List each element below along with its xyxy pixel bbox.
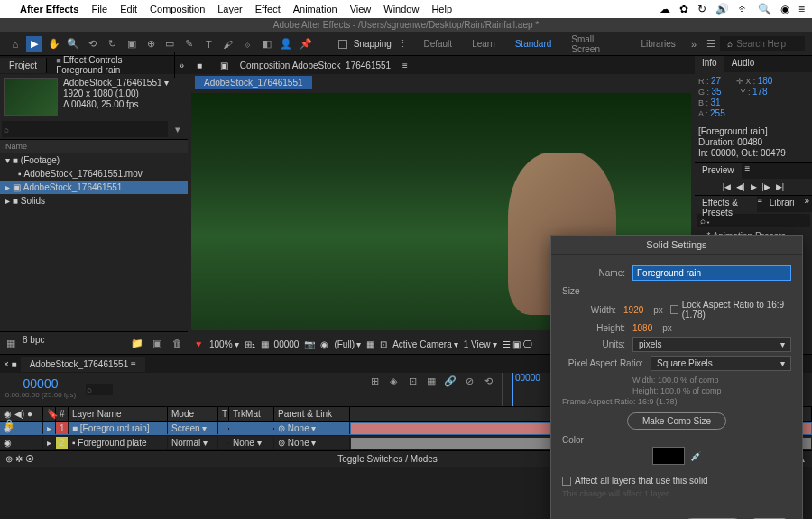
libraries-tab[interactable]: Librari [762,196,802,212]
grid-icon[interactable]: ▦ [261,339,269,349]
spotlight-icon[interactable]: 🔍 [758,3,771,15]
pen-tool[interactable]: ✎ [181,36,197,52]
snapshot-icon[interactable]: 📷 [304,339,315,349]
time-display[interactable]: 00000 [274,339,300,349]
search-help[interactable]: ⌕ Search Help [720,36,805,51]
settings-icon[interactable]: ✿ [679,3,688,15]
sync-icon[interactable]: ↻ [697,3,706,15]
eraser-tool[interactable]: ◧ [259,36,274,52]
type-tool[interactable]: T [201,36,217,52]
units-dropdown[interactable]: pixels▾ [632,337,791,352]
effects-tab[interactable]: Effects & Presets [695,196,757,212]
preview-tab[interactable]: Preview [695,163,742,179]
camera-dropdown[interactable]: Active Camera ▾ [392,339,458,349]
timeline-search[interactable] [86,384,113,395]
menu-help[interactable]: Help [431,4,452,14]
width-value[interactable]: 1920 [623,305,643,315]
tl-icon[interactable]: ⊡ [404,373,420,389]
project-item[interactable]: AdobeStock_176461551 ▾ 1920 x 1080 (1.00… [0,74,188,119]
ws-standard[interactable]: Standard [506,36,561,51]
brush-tool[interactable]: 🖌 [220,36,235,52]
tree-solids[interactable]: ▸ ■ Solids [0,194,188,208]
pan-behind-tool[interactable]: ⊕ [143,36,158,52]
cloud-icon[interactable]: ☁ [660,3,670,15]
trash-icon[interactable]: 🗑 [169,335,185,351]
play-icon[interactable]: ▶ [751,182,757,191]
eyedropper-icon[interactable]: 💉 [690,451,701,461]
tree-comp[interactable]: ▸ ▣ AdobeStock_176461551 [0,181,188,194]
ws-small[interactable]: Small Screen [562,32,630,57]
view-opt-icon[interactable]: ☰ ▣ 🖵 [503,339,533,349]
rotate-tool[interactable]: ↻ [104,36,119,52]
first-frame-icon[interactable]: |◀ [723,182,731,191]
menu-edit[interactable]: Edit [120,4,137,14]
tl-lock-icon[interactable]: × ■ [0,359,21,369]
last-frame-icon[interactable]: ▶| [776,182,784,191]
menu-animation[interactable]: Animation [293,4,337,14]
menu-window[interactable]: Window [383,4,419,14]
wifi-icon[interactable]: ᯤ [738,3,749,15]
transparency-icon[interactable]: ▦ [366,339,374,349]
puppet-tool[interactable]: 📌 [298,36,313,52]
viewer-lock-icon[interactable]: ■ [188,58,211,73]
hand-tool[interactable]: ✋ [46,36,61,52]
panel-more-icon[interactable]: » [175,60,188,70]
next-frame-icon[interactable]: |▶ [762,182,770,191]
menu-layer[interactable]: Layer [217,4,243,14]
snapping-checkbox[interactable] [338,40,347,49]
audio-tab[interactable]: Audio [724,56,762,72]
new-comp-icon[interactable]: ▣ [149,335,165,351]
solid-name-input[interactable] [632,265,791,281]
tl-icon[interactable]: ◈ [385,373,401,389]
ws-more-icon[interactable]: » [687,36,702,52]
siri-icon[interactable]: ◉ [780,3,789,15]
shape-tool[interactable]: ▭ [162,36,178,52]
tl-icon[interactable]: ⟲ [480,373,496,389]
ws-libraries[interactable]: Libraries [632,36,684,51]
project-search[interactable] [2,121,168,137]
tree-mov[interactable]: ▪ AdobeStock_176461551.mov [0,167,188,181]
prev-frame-icon[interactable]: ◀| [736,182,744,191]
zoom-tool[interactable]: 🔍 [65,36,80,52]
menu-icon[interactable]: ≡ [798,3,805,15]
mask-icon[interactable]: ⊡ [380,339,387,349]
project-tab[interactable]: Project [0,58,47,73]
composition-tab[interactable]: ▣ Composition AdobeStock_176461551 ≡ [211,58,417,73]
interpret-icon[interactable]: ▦ [3,335,19,351]
height-value[interactable]: 1080 [632,323,652,333]
orbit-tool[interactable]: ⟲ [85,36,100,52]
new-folder-icon[interactable]: 📁 [129,335,145,351]
color-swatch[interactable] [652,447,685,465]
search-clear-icon[interactable]: ▾ [170,121,186,137]
views-dropdown[interactable]: 1 View ▾ [464,339,497,349]
ws-default[interactable]: Default [414,36,461,51]
menu-view[interactable]: View [350,4,372,14]
clone-tool[interactable]: ⟐ [240,36,255,52]
info-tab[interactable]: Info [695,56,724,72]
mag-icon[interactable]: 🔻 [193,339,204,349]
timeline-tab[interactable]: AdobeStock_176461551 ≡ [21,357,145,372]
volume-icon[interactable]: 🔊 [715,3,729,15]
selection-tool[interactable]: ▶ [26,36,42,52]
ws-learn[interactable]: Learn [463,36,504,51]
toggle-switches[interactable]: Toggle Switches / Modes [337,454,438,464]
menu-composition[interactable]: Composition [150,4,205,14]
snap-opt-icon[interactable]: ⋮ [395,36,411,52]
tree-folder[interactable]: ▾ ■ (Footage) [0,153,188,167]
tl-icon[interactable]: ⊘ [461,373,477,389]
tl-icon[interactable]: ⊞ [366,373,383,389]
tl-toggle-icon[interactable]: ⊚ ✲ ⦿ [5,454,34,464]
lock-aspect-check[interactable]: Lock Aspect Ratio to 16:9 (1.78) [670,300,791,320]
menu-file[interactable]: File [91,4,107,14]
fx-more-icon[interactable]: » [801,196,812,212]
res-icon[interactable]: ⊞₁ [245,339,255,349]
comp-breadcrumb[interactable]: AdobeStock_176461551 [195,76,312,89]
camera-tool[interactable]: ▣ [124,36,139,52]
make-comp-size-button[interactable]: Make Comp Size [627,412,726,430]
par-dropdown[interactable]: Square Pixels▾ [651,356,791,371]
tl-icon[interactable]: ▦ [423,373,439,389]
menu-effect[interactable]: Effect [255,4,281,14]
bpc-label[interactable]: 8 bpc [23,335,44,351]
ws-dropdown-icon[interactable]: ☰ [703,36,718,52]
app-name[interactable]: After Effects [20,4,78,14]
